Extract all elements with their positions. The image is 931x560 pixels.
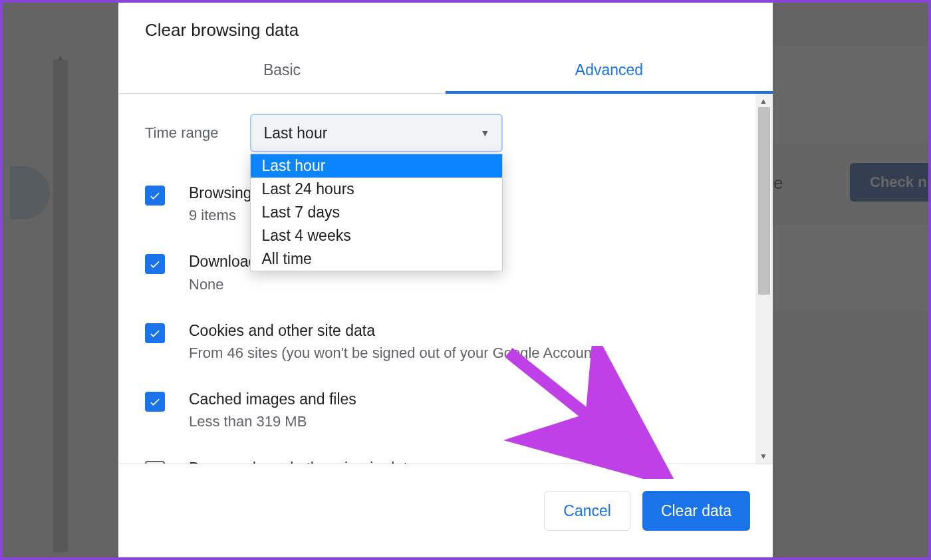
- dropdown-option-last-hour[interactable]: Last hour: [251, 154, 502, 178]
- scroll-down-icon[interactable]: ▼: [759, 452, 767, 461]
- dropdown-option-last-24-hours[interactable]: Last 24 hours: [251, 178, 502, 201]
- time-range-label: Time range: [145, 124, 218, 142]
- check-icon: [148, 327, 162, 340]
- cancel-button[interactable]: Cancel: [544, 491, 630, 531]
- tab-advanced[interactable]: Advanced: [446, 61, 773, 94]
- dialog-footer: Cancel Clear data: [118, 464, 773, 557]
- time-range-row: Time range Last hour ▼ Last hour Last 24…: [145, 114, 742, 152]
- item-subtitle: Less than 319 MB: [189, 410, 742, 433]
- item-subtitle: None: [189, 273, 742, 296]
- tab-bar: Basic Advanced: [118, 61, 773, 94]
- checkbox-download-history[interactable]: [145, 254, 165, 274]
- time-range-selected-value: Last hour: [263, 124, 327, 142]
- clear-data-button[interactable]: Clear data: [642, 491, 750, 531]
- dropdown-option-all-time[interactable]: All time: [251, 247, 502, 271]
- dialog-content: Time range Last hour ▼ Last hour Last 24…: [118, 94, 773, 464]
- time-range-select[interactable]: Last hour ▼: [250, 114, 503, 152]
- item-title: Cached images and files: [189, 388, 742, 410]
- dropdown-option-last-7-days[interactable]: Last 7 days: [251, 201, 502, 224]
- item-title: Cookies and other site data: [189, 320, 742, 341]
- clear-browsing-data-dialog: Clear browsing data Basic Advanced Time …: [118, 0, 773, 557]
- list-item: Cached images and files Less than 319 MB: [145, 388, 742, 433]
- chevron-down-icon: ▼: [481, 128, 490, 138]
- tab-basic[interactable]: Basic: [118, 61, 446, 94]
- item-subtitle: From 46 sites (you won't be signed out o…: [189, 341, 742, 364]
- check-icon: [148, 257, 162, 271]
- checkbox-cookies[interactable]: [145, 323, 165, 343]
- list-item: Passwords and other sign-in data: [145, 458, 742, 464]
- scroll-up-icon[interactable]: ▲: [759, 96, 767, 106]
- check-icon: [148, 395, 162, 408]
- scrollbar[interactable]: ▲ ▼: [755, 94, 773, 464]
- check-icon: [148, 189, 162, 202]
- dialog-title: Clear browsing data: [118, 0, 773, 61]
- checkbox-cached-files[interactable]: [145, 392, 165, 412]
- dropdown-option-last-4-weeks[interactable]: Last 4 weeks: [251, 224, 502, 247]
- time-range-dropdown: Last hour Last 24 hours Last 7 days Last…: [250, 154, 503, 271]
- scrollbar-thumb[interactable]: [758, 107, 770, 295]
- list-item: Cookies and other site data From 46 site…: [145, 320, 742, 364]
- item-title: Passwords and other sign-in data: [189, 458, 742, 464]
- checkbox-browsing-history[interactable]: [145, 186, 165, 206]
- checkbox-passwords[interactable]: [145, 461, 165, 464]
